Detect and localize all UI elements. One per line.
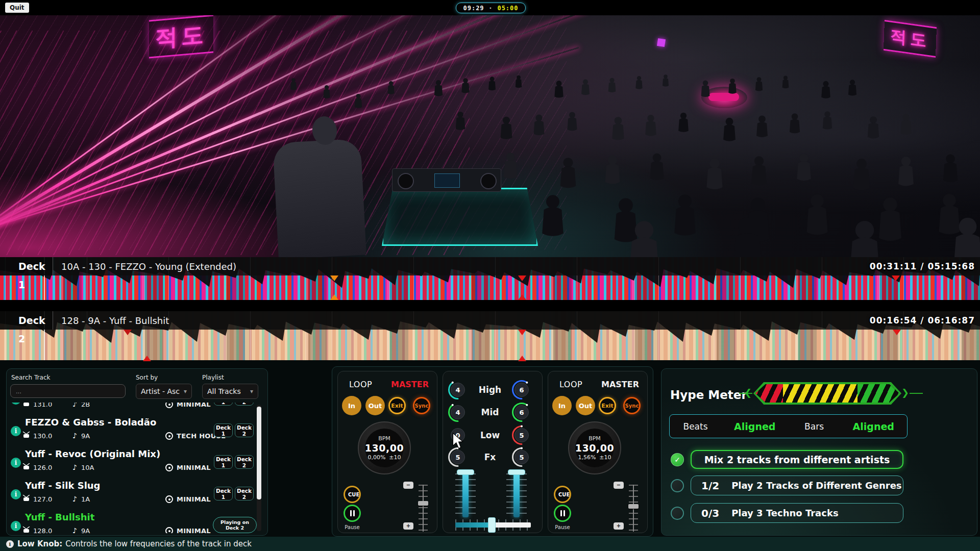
deck2-control-card: LOOP MASTER In Out Exit Sync BPM 130,00 … (548, 371, 648, 533)
deck2-low-knob[interactable]: 5 (511, 425, 532, 445)
deck2-fx-knob[interactable]: 5 (511, 447, 532, 467)
scrollbar-thumb[interactable] (257, 407, 261, 499)
load-deck1-button[interactable]: Deck 1 (214, 423, 233, 437)
loop-out-button[interactable]: Out (576, 396, 595, 415)
fader-track (423, 485, 424, 532)
deck1-high-knob[interactable]: 4 (448, 380, 468, 400)
music-note-icon: ♪ (72, 432, 77, 440)
track-key: 10A (81, 464, 94, 471)
playlist-select-value: All Tracks (207, 387, 241, 395)
load-deck1-button[interactable]: Deck 1 (214, 403, 233, 406)
loop-marker (330, 276, 338, 281)
track-row[interactable]: i Yuff - Silk Slug 127.0 ♪ 1A MINIMAL De… (7, 479, 264, 510)
pitch-plus-button[interactable]: + (614, 522, 624, 530)
music-note-icon: ♪ (72, 495, 77, 503)
fader-thumb[interactable] (508, 469, 525, 475)
deck1-pitch-fader[interactable] (418, 485, 429, 532)
deck1-fx-knob[interactable]: 5 (448, 447, 468, 467)
sort-select[interactable]: Artist - Asc ▾ (136, 384, 192, 399)
playlist-label: Playlist (202, 374, 224, 381)
pitch-minus-button[interactable]: − (614, 482, 624, 489)
quit-button[interactable]: Quit (5, 3, 29, 13)
pause-icon (560, 510, 562, 516)
cue-button[interactable]: CUE (344, 486, 361, 503)
deck1-jog-wheel[interactable]: BPM 130,00 0,00% ±10 (358, 421, 411, 474)
objective-text: Play 3 Techno Tracks (731, 508, 838, 518)
deck1-mid-knob[interactable]: 4 (448, 402, 468, 422)
genre-icon (165, 432, 173, 440)
load-deck1-button[interactable]: Deck 1 (214, 487, 233, 500)
deck2-mid-knob[interactable]: 6 (511, 402, 532, 422)
cue-marker (518, 330, 526, 335)
track-list-scrollbar[interactable] (257, 405, 261, 531)
load-deck2-button[interactable]: Deck 2 (235, 423, 254, 437)
loop-label: LOOP (559, 380, 582, 389)
fader-thumb[interactable] (418, 501, 428, 506)
track-bpm: 126.0 (33, 464, 52, 471)
club-scene: 적도 적도 (0, 15, 980, 257)
sync-button[interactable]: Sync (413, 397, 430, 414)
crossfader[interactable] (455, 516, 531, 534)
deck2-jog-wheel[interactable]: BPM 130,00 1,56% ±10 (568, 421, 621, 474)
hype-meter-gauge: ❮ ❯ (739, 382, 923, 405)
deck2-volume-fader[interactable] (506, 469, 527, 519)
loop-in-button[interactable]: In (342, 396, 361, 415)
music-note-icon: ♪ (72, 403, 77, 408)
hype-meter-panel: Hype Meter ❮ ❯ Beats Aligned Bars Aligne… (661, 368, 977, 536)
crossfader-right-fill (493, 522, 531, 528)
load-deck2-button[interactable]: Deck 2 (235, 487, 254, 500)
loop-exit-button[interactable]: Exit (388, 397, 406, 414)
beats-status: Aligned (734, 421, 775, 432)
search-label: Search Track (11, 374, 50, 381)
pause-label: Pause (548, 524, 577, 530)
loop-out-button[interactable]: Out (365, 396, 385, 415)
hype-meter-stripes (755, 384, 899, 403)
loop-in-button[interactable]: In (552, 396, 572, 415)
objective-item: 1/2 Play 2 Tracks of Different Genres (691, 475, 903, 495)
pitch-minus-button[interactable]: − (403, 482, 413, 489)
loop-exit-button[interactable]: Exit (599, 397, 616, 414)
search-input[interactable] (10, 384, 126, 398)
track-row[interactable]: i 131.0 ♪ 2B MINIMAL Deck 1 Deck 2 (7, 403, 264, 415)
pause-button[interactable] (554, 505, 571, 522)
deck1-label: Deck 1 (0, 257, 53, 276)
track-key: 9A (81, 527, 90, 533)
pitch-range: ±10 (389, 454, 401, 461)
cdj-jogwheel (398, 173, 414, 189)
track-row-playing[interactable]: i Yuff - Bullshit 128.0 ♪ 9A MINIMAL Pla… (7, 510, 264, 533)
eq-label: Low (469, 425, 511, 445)
track-title: FEZZO & Gabss - Boladão (25, 417, 156, 428)
deck2-pitch-fader[interactable] (628, 485, 639, 532)
deck2-waveform-strip[interactable]: Deck 2 128 - 9A - Yuff - Bullshit 00:16:… (0, 311, 980, 361)
cue-button[interactable]: CUE (554, 486, 571, 503)
pitch-plus-button[interactable]: + (403, 522, 413, 530)
track-genre: MINIMAL (177, 403, 211, 408)
bpm-display: BPM 130,00 1,56% ±10 (575, 429, 614, 467)
pause-label: Pause (338, 524, 366, 530)
cue-marker (143, 356, 151, 361)
fader-thumb[interactable] (628, 504, 639, 509)
chevron-down-icon: ▾ (184, 388, 187, 395)
cdj-jogwheel (480, 173, 497, 189)
deck2-high-knob[interactable]: 6 (511, 380, 532, 400)
sync-button[interactable]: Sync (623, 397, 641, 414)
deck1-time: 00:31:11 / 05:15:68 (870, 257, 975, 276)
track-row[interactable]: i Yuff - Revoc (Original Mix) 126.0 ♪ 10… (7, 447, 264, 479)
track-title: Yuff - Bullshit (25, 512, 94, 522)
fader-thumb[interactable] (457, 469, 474, 475)
gauge-decor-chevron: ❯ (901, 387, 909, 398)
track-row[interactable]: i FEZZO & Gabss - Boladão 130.0 ♪ 9A TEC… (7, 415, 264, 447)
sort-label: Sort by (136, 374, 158, 381)
playlist-select[interactable]: All Tracks ▾ (202, 384, 258, 399)
load-deck1-button[interactable]: Deck 1 (214, 455, 233, 469)
deck1-low-knob[interactable]: 0 (448, 425, 468, 445)
fader-thumb[interactable] (488, 517, 496, 533)
session-timer: 09:29 ✦ 05:00 (456, 3, 526, 13)
deck1-volume-fader[interactable] (455, 469, 476, 519)
objective-empty-icon (671, 479, 684, 492)
pause-button[interactable] (344, 505, 361, 522)
hype-meter-title: Hype Meter (670, 388, 747, 402)
load-deck2-button[interactable]: Deck 2 (235, 403, 254, 406)
deck1-waveform-strip[interactable]: Deck 1 10A - 130 - FEZZO - Young (Extend… (0, 257, 980, 300)
load-deck2-button[interactable]: Deck 2 (235, 455, 254, 469)
